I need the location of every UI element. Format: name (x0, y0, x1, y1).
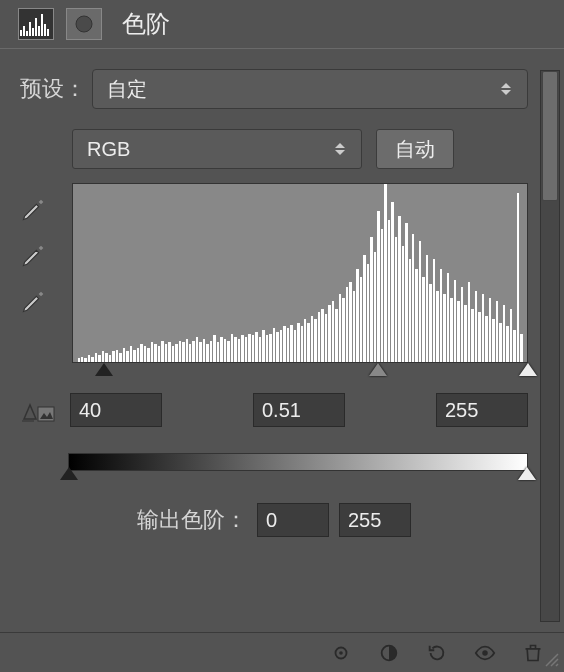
scrollbar-thumb[interactable] (542, 71, 558, 201)
eyedropper-black-icon[interactable] (20, 195, 48, 223)
input-white-field[interactable] (436, 393, 528, 427)
input-mid-field[interactable] (253, 393, 345, 427)
output-black-field[interactable] (257, 503, 329, 537)
eye-icon[interactable] (472, 640, 498, 666)
channel-select[interactable]: RGB (72, 129, 362, 169)
adjustment-icon[interactable] (376, 640, 402, 666)
output-black-slider[interactable] (60, 467, 78, 480)
histogram (72, 183, 528, 363)
histogram-icon[interactable] (18, 8, 54, 40)
output-white-field[interactable] (339, 503, 411, 537)
chevron-updown-icon (333, 142, 347, 156)
white-point-slider[interactable] (519, 363, 537, 376)
svg-point-0 (76, 16, 92, 32)
channel-value: RGB (87, 138, 130, 161)
trash-icon[interactable] (520, 640, 546, 666)
reset-icon[interactable] (424, 640, 450, 666)
panel-header: 色阶 (0, 0, 564, 48)
panel-title: 色阶 (122, 8, 170, 40)
black-point-slider[interactable] (95, 363, 113, 376)
input-black-field[interactable] (70, 393, 162, 427)
preset-select[interactable]: 自定 (92, 69, 528, 109)
mask-icon[interactable] (66, 8, 102, 40)
preset-label: 预设： (20, 74, 86, 104)
scrollbar[interactable] (540, 70, 560, 622)
input-slider-track[interactable] (72, 363, 528, 381)
resize-grip-icon[interactable] (544, 652, 560, 668)
preset-value: 自定 (107, 76, 147, 103)
panel-footer (0, 632, 564, 672)
auto-button[interactable]: 自动 (376, 129, 454, 169)
midtone-slider[interactable] (369, 363, 387, 376)
svg-point-3 (339, 651, 343, 655)
eyedropper-gray-icon[interactable] (20, 241, 48, 269)
output-gradient[interactable] (68, 453, 528, 471)
output-label: 输出色阶： (137, 505, 247, 535)
clipping-warning-icon[interactable] (20, 397, 58, 423)
link-icon[interactable] (328, 640, 354, 666)
svg-point-5 (482, 650, 488, 656)
eyedropper-white-icon[interactable] (20, 287, 48, 315)
chevron-updown-icon (499, 82, 513, 96)
output-white-slider[interactable] (518, 467, 536, 480)
